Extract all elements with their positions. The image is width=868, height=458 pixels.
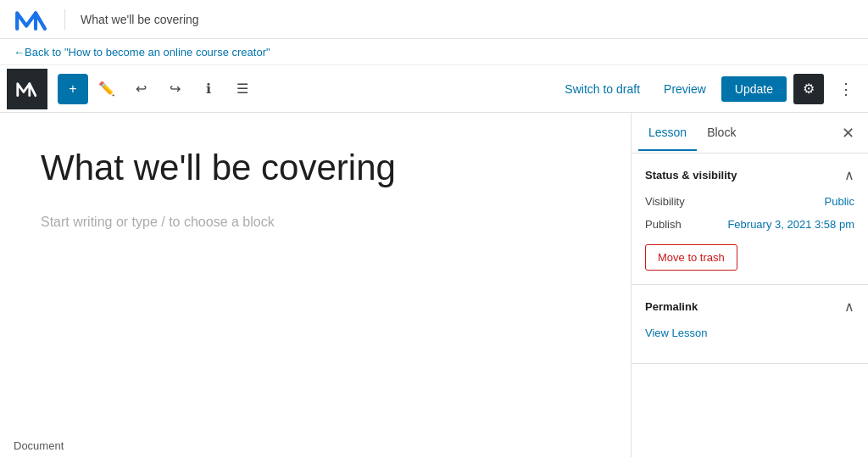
sidebar-close-button[interactable]: ✕ bbox=[834, 120, 861, 147]
redo-button[interactable]: ↪ bbox=[159, 74, 190, 104]
status-section-header: Status & visibility ∧ bbox=[645, 167, 854, 183]
publish-value[interactable]: February 3, 2021 3:58 pm bbox=[727, 218, 854, 231]
post-title[interactable]: What we'll be covering bbox=[41, 147, 590, 189]
back-link-bar: ←Back to "How to become an online course… bbox=[0, 39, 868, 65]
visibility-value[interactable]: Public bbox=[825, 195, 854, 208]
permalink-section-header: Permalink ∧ bbox=[645, 299, 854, 315]
tab-lesson[interactable]: Lesson bbox=[638, 115, 697, 151]
toolbar-left: + ✏️ ↩ ↪ ℹ ☰ bbox=[7, 69, 556, 109]
back-link[interactable]: ←Back to "How to become an online course… bbox=[14, 46, 270, 59]
logo-area: What we'll be covering bbox=[14, 6, 199, 33]
logo-divider bbox=[64, 9, 65, 30]
document-label: Document bbox=[14, 434, 64, 457]
settings-button[interactable]: ⚙ bbox=[793, 74, 824, 104]
top-bar: What we'll be covering bbox=[0, 0, 868, 39]
view-lesson-link[interactable]: View Lesson bbox=[645, 327, 707, 339]
close-icon: ✕ bbox=[842, 124, 854, 142]
editor-toolbar: + ✏️ ↩ ↪ ℹ ☰ Switch to draft Preview Upd… bbox=[0, 65, 868, 113]
editor-area[interactable]: What we'll be covering Start writing or … bbox=[0, 113, 631, 457]
permalink-section: Permalink ∧ View Lesson bbox=[632, 285, 868, 364]
permalink-section-title: Permalink bbox=[645, 300, 698, 313]
ellipsis-icon: ⋮ bbox=[838, 80, 854, 98]
plus-icon: + bbox=[69, 81, 76, 97]
info-button[interactable]: ℹ bbox=[193, 74, 224, 104]
visibility-row: Visibility Public bbox=[645, 195, 854, 208]
wp-logo-block bbox=[7, 69, 47, 109]
more-options-button[interactable]: ⋮ bbox=[831, 74, 861, 104]
publish-label: Publish bbox=[645, 218, 682, 231]
memberpress-logo bbox=[14, 6, 49, 33]
permalink-section-toggle[interactable]: ∧ bbox=[844, 299, 854, 315]
gear-icon: ⚙ bbox=[803, 81, 815, 97]
tools-button[interactable]: ✏️ bbox=[92, 74, 122, 104]
publish-row: Publish February 3, 2021 3:58 pm bbox=[645, 218, 854, 231]
pencil-icon: ✏️ bbox=[98, 81, 115, 97]
sidebar-tabs: Lesson Block ✕ bbox=[632, 113, 868, 154]
status-visibility-section: Status & visibility ∧ Visibility Public … bbox=[632, 154, 868, 285]
undo-icon: ↩ bbox=[136, 81, 147, 97]
page-title: What we'll be covering bbox=[81, 13, 199, 26]
block-placeholder[interactable]: Start writing or type / to choose a bloc… bbox=[41, 215, 590, 230]
redo-icon: ↪ bbox=[170, 81, 181, 97]
tab-block[interactable]: Block bbox=[697, 115, 746, 151]
view-lesson-row: View Lesson bbox=[645, 327, 854, 339]
status-section-toggle[interactable]: ∧ bbox=[844, 167, 854, 183]
toolbar-right: Switch to draft Preview Update ⚙ ⋮ bbox=[556, 74, 861, 104]
preview-button[interactable]: Preview bbox=[655, 77, 715, 101]
move-to-trash-button[interactable]: Move to trash bbox=[645, 244, 737, 271]
info-icon: ℹ bbox=[206, 81, 211, 97]
main-area: What we'll be covering Start writing or … bbox=[0, 113, 868, 457]
update-button[interactable]: Update bbox=[721, 76, 787, 102]
status-section-title: Status & visibility bbox=[645, 169, 737, 182]
list-icon: ☰ bbox=[236, 81, 248, 97]
sidebar: Lesson Block ✕ Status & visibility ∧ Vis… bbox=[631, 113, 868, 457]
switch-to-draft-button[interactable]: Switch to draft bbox=[556, 77, 648, 101]
wp-logo-icon bbox=[15, 77, 39, 101]
undo-button[interactable]: ↩ bbox=[125, 74, 156, 104]
list-view-button[interactable]: ☰ bbox=[227, 74, 258, 104]
add-block-button[interactable]: + bbox=[58, 74, 88, 104]
visibility-label: Visibility bbox=[645, 195, 685, 208]
